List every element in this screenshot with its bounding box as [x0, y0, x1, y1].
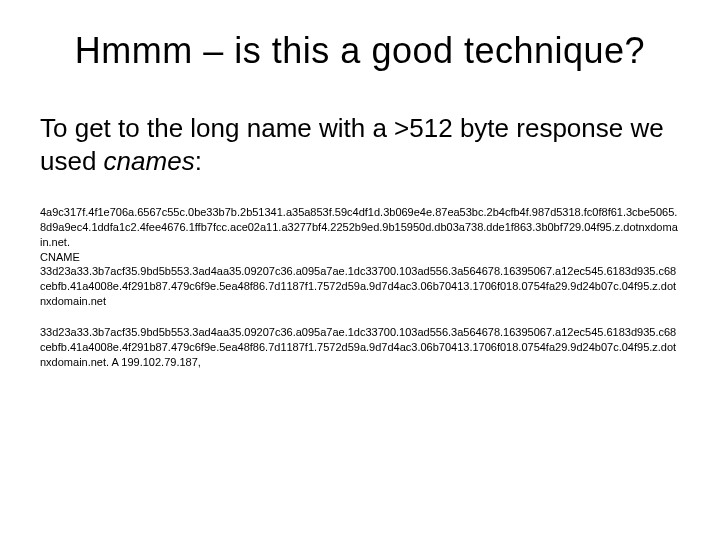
subtitle-text-post: :	[195, 146, 202, 176]
dns-record-block-2: 33d23a33.3b7acf35.9bd5b553.3ad4aa35.0920…	[40, 325, 680, 370]
slide-subtitle: To get to the long name with a >512 byte…	[40, 112, 680, 177]
dns-cname-target: 33d23a33.3b7acf35.9bd5b553.3ad4aa35.0920…	[40, 265, 676, 307]
dns-query-name: 4a9c317f.4f1e706a.6567c55c.0be33b7b.2b51…	[40, 206, 678, 248]
dns-a-record: 33d23a33.3b7acf35.9bd5b553.3ad4aa35.0920…	[40, 326, 676, 368]
slide-title: Hmmm – is this a good technique?	[40, 30, 680, 72]
dns-cname-label: CNAME	[40, 251, 80, 263]
slide: Hmmm – is this a good technique? To get …	[0, 0, 720, 540]
dns-record-block-1: 4a9c317f.4f1e706a.6567c55c.0be33b7b.2b51…	[40, 205, 680, 309]
subtitle-emphasis: cnames	[104, 146, 195, 176]
